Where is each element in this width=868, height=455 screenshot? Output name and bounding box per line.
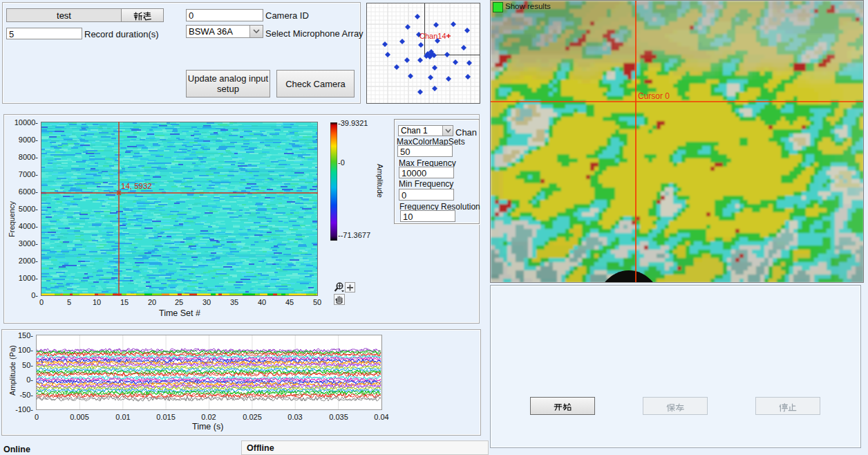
svg-text:Chan14: Chan14 [419, 32, 446, 40]
svg-text:14, 5932: 14, 5932 [121, 182, 152, 190]
svg-text:Cursor 0: Cursor 0 [638, 91, 670, 101]
